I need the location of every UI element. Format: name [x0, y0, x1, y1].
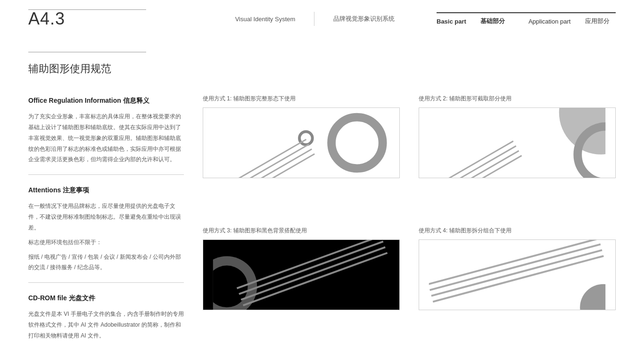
usage4-image — [419, 239, 616, 310]
left-column: Office Regulation Information 信息释义 为了充实企… — [28, 95, 184, 345]
section2-text3: 报纸 / 电视广告 / 宣传 / 包装 / 会议 / 新闻发布会 / 公司内外部… — [28, 252, 184, 273]
usage-section-1: 使用方式 1: 辅助图形完整形态下使用 — [203, 95, 400, 213]
section1-title: Office Regulation Information 信息释义 — [28, 95, 184, 107]
section3-title: CD-ROM file 光盘文件 — [28, 292, 184, 304]
section2-divider — [28, 282, 184, 283]
nav-app-cn: 应用部分 — [585, 17, 610, 25]
page-number: A4.3 — [28, 9, 193, 29]
usage4-label: 使用方式 4: 辅助图形拆分组合下使用 — [419, 227, 616, 235]
main-content: 辅助图形使用规范 Office Regulation Information 信… — [0, 38, 644, 362]
vi-system-en: Visual Identity System — [235, 16, 296, 23]
usage3-label: 使用方式 3: 辅助图形和黑色背景搭配使用 — [203, 227, 400, 235]
vi-system-cn: 品牌视觉形象识别系统 — [333, 15, 395, 23]
usage-section-3: 使用方式 3: 辅助图形和黑色背景搭配使用 — [203, 227, 400, 345]
usage2-label: 使用方式 2: 辅助图形可截取部分使用 — [419, 95, 616, 103]
usage-section-2: 使用方式 2: 辅助图形可截取部分使用 — [419, 95, 616, 213]
nav-app-en: Application part — [528, 18, 571, 25]
page-subtitle: 辅助图形使用规范 — [28, 62, 616, 76]
svg-line-5 — [238, 154, 314, 178]
usage3-image — [203, 239, 400, 310]
header-center: Visual Identity System 品牌视觉形象识别系统 — [193, 12, 437, 26]
center-divider — [314, 12, 314, 26]
header: A4.3 Visual Identity System 品牌视觉形象识别系统 B… — [0, 0, 644, 38]
section2-title: Attentions 注意事项 — [28, 184, 184, 196]
usage4-svg — [419, 240, 615, 310]
section2-text1: 在一般情况下使用品牌标志，应尽量使用提供的光盘电子文件，不建议使用标准制图绘制标… — [28, 201, 184, 233]
right-column: 使用方式 1: 辅助图形完整形态下使用 — [203, 95, 616, 345]
header-top-divider — [28, 9, 146, 10]
usage-section-4: 使用方式 4: 辅助图形拆分组合下使用 — [419, 227, 616, 345]
nav-basic-en: Basic part — [437, 18, 466, 25]
usage1-image — [203, 107, 400, 178]
usage3-svg — [203, 240, 399, 310]
section3-text: 光盘文件是本 VI 手册电子文件的集合，内含手册制作时的专用软件格式文件，其中 … — [28, 309, 184, 341]
section1-divider — [28, 174, 184, 175]
nav-basic-cn: 基础部分 — [480, 17, 505, 25]
svg-line-9 — [425, 141, 513, 178]
usage1-label: 使用方式 1: 辅助图形完整形态下使用 — [203, 95, 400, 103]
section1-text: 为了充实企业形象，丰富标志的具体应用，在整体视觉要求的基础上设计了辅助图形和辅助… — [28, 111, 184, 165]
svg-line-10 — [428, 146, 516, 178]
header-right-nav: Basic part 基础部分 Application part 应用部分 — [437, 12, 616, 25]
content-layout: Office Regulation Information 信息释义 为了充实企… — [28, 95, 616, 345]
svg-point-0 — [331, 117, 383, 169]
usage2-image — [419, 107, 616, 178]
usage1-svg — [203, 108, 399, 178]
usage2-svg — [419, 108, 615, 178]
section2-text2: 标志使用环境包括但不限于： — [28, 237, 184, 248]
header-left: A4.3 — [28, 9, 193, 29]
subtitle-divider — [28, 52, 146, 52]
